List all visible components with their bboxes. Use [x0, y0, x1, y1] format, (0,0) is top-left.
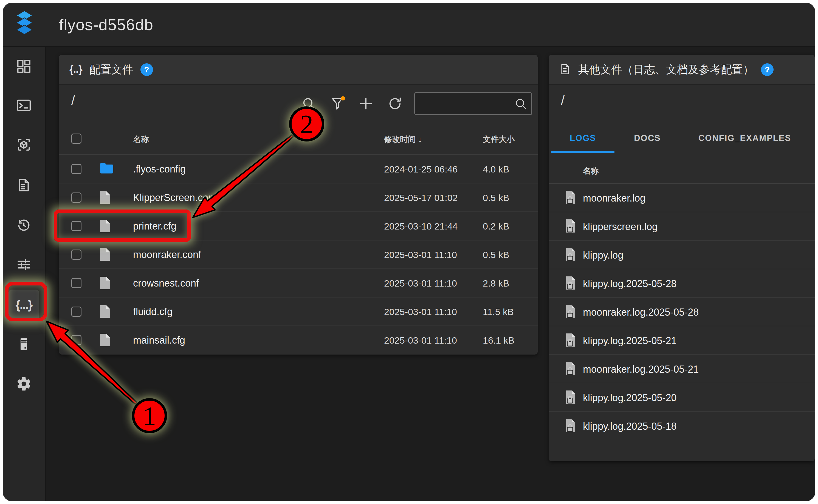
row-checkbox[interactable]	[71, 335, 81, 345]
annotation-highlight-printer-cfg	[54, 209, 191, 242]
dashboard-icon	[16, 58, 32, 75]
file-lock-icon	[566, 304, 577, 320]
file-icon	[100, 333, 111, 348]
sidebar-item-history[interactable]	[9, 211, 39, 241]
list-item[interactable]: klippy.log.2025-05-20	[549, 383, 815, 412]
app-window: flyos-d556db	[3, 3, 815, 501]
list-item[interactable]: moonraker.log.2025-05-21	[549, 355, 815, 383]
other-panel-title: 其他文件（日志、文档及参考配置）	[578, 62, 754, 77]
gear-icon	[16, 376, 32, 393]
sidebar-item-machine[interactable]	[9, 329, 39, 360]
list-item[interactable]: moonraker.log.2025-05-28	[549, 298, 815, 326]
file-icon	[100, 276, 111, 291]
filter-icon[interactable]	[328, 94, 347, 113]
add-file-icon[interactable]	[356, 94, 375, 113]
row-checkbox[interactable]	[71, 307, 81, 317]
filter-input-box	[414, 92, 532, 115]
sidebar-item-gcode-preview[interactable]	[9, 130, 39, 161]
column-name: 名称	[583, 166, 599, 177]
logs-list-header: 名称	[549, 156, 815, 184]
file-lock-icon	[566, 361, 577, 377]
list-item[interactable]: klippy.log	[549, 241, 815, 269]
row-checkbox[interactable]	[71, 250, 81, 260]
help-icon[interactable]: ?	[140, 63, 153, 76]
sidebar-item-console[interactable]	[9, 91, 39, 121]
config-files-panel: {..} 配置文件 ? /	[59, 55, 538, 355]
other-panel-tabs: LOGS DOCS CONFIG_EXAMPLES	[551, 123, 815, 153]
app-bar: flyos-d556db	[3, 3, 815, 47]
console-icon	[16, 98, 32, 115]
list-item[interactable]: klippy.log.2025-05-28	[549, 269, 815, 298]
column-name[interactable]: 名称	[133, 134, 149, 145]
other-panel-header: 其他文件（日志、文档及参考配置） ?	[549, 55, 815, 85]
row-checkbox[interactable]	[71, 278, 81, 288]
braces-icon: {..}	[69, 64, 82, 75]
tab-docs[interactable]: DOCS	[615, 123, 680, 153]
file-lock-icon	[566, 390, 577, 405]
breadcrumb[interactable]: /	[71, 93, 75, 108]
folder-icon	[100, 162, 114, 175]
file-lock-icon	[566, 418, 577, 434]
other-files-panel: 其他文件（日志、文档及参考配置） ? / LOGS DOCS CONFIG_EX…	[549, 55, 815, 461]
refresh-icon[interactable]	[385, 94, 404, 113]
sidebar-item-tune[interactable]	[9, 250, 39, 281]
list-item[interactable]: klippy.log.2025-05-21	[549, 326, 815, 355]
table-row[interactable]: mainsail.cfg 2025-03-01 11:10 16.1 kB	[59, 326, 538, 355]
list-item[interactable]: klippy.log.2025-05-18	[549, 412, 815, 440]
active-tab-underline	[551, 151, 615, 153]
file-icon	[100, 248, 111, 262]
server-icon	[16, 336, 32, 353]
page-title: flyos-d556db	[59, 3, 153, 46]
tab-config-examples[interactable]: CONFIG_EXAMPLES	[680, 123, 809, 153]
annotation-step-1-badge: 1	[132, 398, 167, 433]
row-checkbox[interactable]	[71, 192, 81, 203]
tune-sliders-icon	[16, 257, 32, 274]
select-all-checkbox[interactable]	[71, 134, 81, 144]
tab-logs[interactable]: LOGS	[551, 123, 615, 153]
search-input-icon	[514, 97, 528, 112]
file-lock-icon	[566, 333, 577, 348]
list-item[interactable]: klipperscreen.log	[549, 212, 815, 241]
sidebar-item-dashboard[interactable]	[9, 52, 39, 82]
breadcrumb[interactable]: /	[561, 93, 565, 108]
config-panel-title: 配置文件	[89, 62, 133, 77]
document-icon	[559, 62, 571, 77]
table-row[interactable]: .flyos-config 2024-01-25 06:46 4.0 kB	[59, 155, 538, 183]
annotation-step-2-badge: 2	[289, 106, 324, 141]
sidebar: {...}	[3, 47, 46, 501]
file-icon	[100, 305, 111, 319]
file-lock-icon	[566, 219, 577, 234]
cube-scan-icon	[16, 137, 32, 154]
column-size[interactable]: 文件大小	[483, 134, 515, 145]
table-row[interactable]: fluidd.cfg 2025-03-01 11:10 11.5 kB	[59, 298, 538, 326]
column-modified[interactable]: 修改时间 ↓	[384, 134, 422, 145]
help-icon[interactable]: ?	[761, 63, 774, 76]
flyos-logo-icon	[12, 10, 37, 39]
list-item[interactable]: moonraker.log	[549, 184, 815, 212]
file-icon	[100, 191, 111, 205]
file-document-icon	[16, 177, 32, 194]
file-lock-icon	[566, 190, 577, 206]
table-row[interactable]: moonraker.conf 2025-03-01 11:10 0.5 kB	[59, 240, 538, 269]
app-logo[interactable]	[3, 3, 46, 46]
config-panel-header: {..} 配置文件 ?	[59, 55, 538, 85]
sort-desc-icon: ↓	[418, 135, 422, 144]
sidebar-item-settings[interactable]	[9, 369, 39, 400]
table-row[interactable]: crowsnest.conf 2025-03-01 11:10 2.8 kB	[59, 269, 538, 298]
annotation-highlight-config-nav	[5, 282, 47, 321]
table-row[interactable]: KlipperScreen.conf 2025-05-17 01:02 0.5 …	[59, 183, 538, 212]
sidebar-item-jobs[interactable]	[9, 170, 39, 201]
file-lock-icon	[566, 276, 577, 291]
history-icon	[16, 217, 32, 234]
file-lock-icon	[566, 247, 577, 263]
row-checkbox[interactable]	[71, 164, 81, 174]
